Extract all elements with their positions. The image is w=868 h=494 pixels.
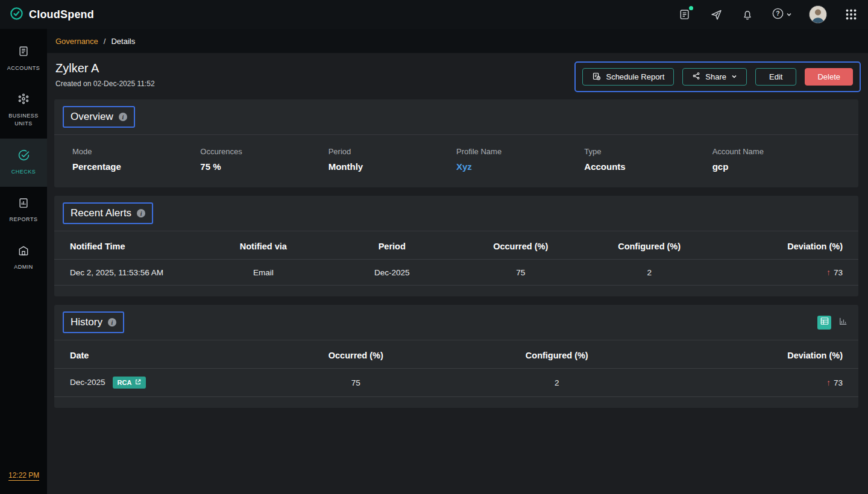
top-navbar: CloudSpend ? [0,0,868,29]
page-title-block: Zylker A Created on 02-Dec-2025 11:52 [55,61,155,88]
date-value: Dec-2025 [70,378,105,387]
overview-title-highlight: Overview i [63,106,135,128]
info-icon[interactable]: i [119,113,127,121]
field-label: Account Name [712,147,840,156]
checks-icon [17,149,30,164]
sidebar-item-business-units[interactable]: BUSINESS UNITS [0,83,47,139]
edit-label: Edit [769,72,782,81]
breadcrumb-separator: / [104,37,106,46]
field-value: gcp [712,161,840,172]
column-header: Deviation (%) [658,340,859,369]
column-header: Date [54,340,256,369]
deviation-cell: ↑73 [658,369,859,397]
created-on-text: Created on 02-Dec-2025 11:52 [55,80,155,88]
history-card: History i [54,305,858,408]
occurred-cell: 75 [456,260,585,286]
page-title: Zylker A [55,61,155,75]
help-icon: ? [772,7,784,22]
rca-badge[interactable]: RCA [113,377,146,389]
notified-via-cell: Email [199,260,327,286]
recent-alerts-card: Recent Alerts i Notified Time No [54,196,858,296]
breadcrumb: Governance / Details [47,29,868,53]
chart-view-icon [839,317,848,328]
cloudspend-logo-icon [10,7,24,23]
history-title: History [71,316,102,328]
schedule-report-label: Schedule Report [606,72,664,81]
column-header: Period [328,231,456,260]
configured-cell: 2 [456,369,658,397]
edit-button[interactable]: Edit [755,68,796,86]
chevron-down-icon [786,9,792,20]
actions-highlight-box: Schedule Report Share [574,61,861,92]
table-row: Dec 2, 2025, 11:53:56 AM Email Dec-2025 … [54,260,858,286]
field-mode: Mode Percentage [72,147,200,172]
external-link-icon [135,379,141,386]
share-button[interactable]: Share [682,68,747,86]
notifications-bell-icon[interactable] [740,7,755,22]
sidebar-item-admin[interactable]: ADMIN [0,234,47,282]
feedback-icon[interactable] [678,7,692,22]
deviation-value: 73 [834,378,843,387]
field-value: 75 % [200,161,328,172]
schedule-report-button[interactable]: Schedule Report [582,68,674,86]
feedback-new-dot [689,6,693,10]
recent-alerts-title: Recent Alerts [71,207,131,219]
deviation-up-arrow-icon: ↑ [826,267,831,277]
info-icon[interactable]: i [108,318,116,327]
chart-view-toggle[interactable] [836,316,850,330]
share-label: Share [705,72,726,81]
field-label: Profile Name [456,147,584,156]
recent-alerts-table: Notified Time Notified via Period Occurr… [54,231,858,286]
sidebar-item-label: ADMIN [14,263,33,272]
deviation-cell: ↑73 [714,260,858,286]
accounts-icon [17,45,30,60]
left-sidebar: ACCOUNTS BUSINESS UNITS CHECKS [0,29,47,494]
field-label: Period [329,147,456,156]
field-type: Type Accounts [584,147,712,172]
apps-grid-icon[interactable] [844,7,858,22]
svg-text:?: ? [776,10,779,17]
admin-icon [17,245,30,260]
field-value: Percentage [72,161,200,172]
recent-alerts-title-highlight: Recent Alerts i [63,202,153,224]
overview-title: Overview [71,111,113,123]
column-header: Occurred (%) [456,231,585,260]
table-view-toggle[interactable] [817,316,831,330]
configured-cell: 2 [585,260,713,286]
sidebar-item-checks[interactable]: CHECKS [0,139,47,187]
column-header: Configured (%) [585,231,713,260]
column-header: Notified via [199,231,327,260]
delete-button[interactable]: Delete [805,68,853,86]
occurred-cell: 75 [256,369,457,397]
breadcrumb-governance[interactable]: Governance [55,37,98,46]
whats-new-icon[interactable] [709,7,723,22]
reports-icon [17,197,30,212]
sidebar-item-label: ACCOUNTS [7,64,40,73]
field-occurences: Occurences 75 % [200,147,328,172]
history-title-highlight: History i [63,311,124,333]
table-row: Dec-2025RCA 75 2 ↑73 [54,369,858,397]
overview-card: Overview i Mode Percentage Occurences 75… [54,99,858,187]
field-label: Occurences [200,147,328,156]
sidebar-item-label: BUSINESS UNITS [2,112,45,128]
notified-time-cell: Dec 2, 2025, 11:53:56 AM [54,260,199,286]
user-avatar[interactable] [809,5,827,23]
help-menu[interactable]: ? [772,7,792,22]
field-profile-name: Profile Name Xyz [456,147,584,172]
deviation-up-arrow-icon: ↑ [826,378,831,387]
sidebar-item-accounts[interactable]: ACCOUNTS [0,35,47,83]
sidebar-item-reports[interactable]: REPORTS [0,187,47,234]
cloudspend-logo[interactable]: CloudSpend [10,7,94,23]
date-cell: Dec-2025RCA [54,369,256,397]
profile-name-link[interactable]: Xyz [456,161,584,172]
field-label: Mode [72,147,200,156]
sidebar-item-label: CHECKS [11,168,36,177]
period-cell: Dec-2025 [328,260,456,286]
field-value: Accounts [584,161,712,172]
session-time[interactable]: 12:22 PM [8,471,39,481]
info-icon[interactable]: i [137,209,145,217]
column-header: Deviation (%) [714,231,858,260]
delete-label: Delete [817,72,840,81]
field-account-name: Account Name gcp [712,147,840,172]
column-header: Notified Time [54,231,199,260]
